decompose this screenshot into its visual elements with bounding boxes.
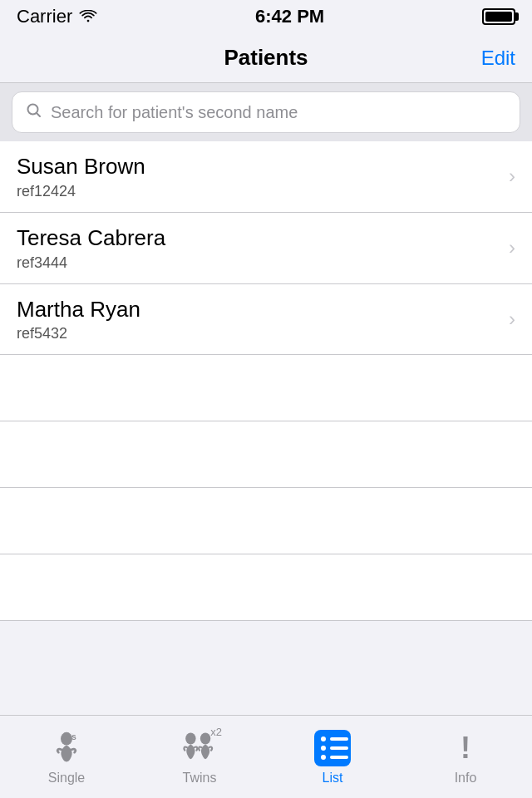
svg-text:s: s <box>71 732 76 741</box>
empty-row <box>0 488 532 554</box>
status-time: 6:42 PM <box>255 6 324 27</box>
battery-icon <box>482 8 515 25</box>
patient-ref: ref5432 <box>17 325 140 342</box>
nav-bar: Patients Edit <box>0 33 532 83</box>
chevron-right-icon: › <box>509 165 515 188</box>
tab-list-label: List <box>323 771 343 786</box>
search-icon <box>26 102 42 123</box>
svg-point-1 <box>61 732 72 745</box>
carrier-text: Carrier <box>17 6 97 27</box>
table-row[interactable]: Martha Ryan ref5432 › <box>0 284 532 356</box>
search-bar <box>12 91 520 133</box>
empty-row <box>0 554 532 621</box>
patient-list: Susan Brown ref12424 › Teresa Cabrera re… <box>0 141 532 621</box>
list-icon <box>313 729 352 767</box>
wifi-icon <box>79 10 97 23</box>
patient-ref: ref12424 <box>17 183 145 200</box>
chevron-right-icon: › <box>509 236 515 259</box>
patient-name: Teresa Cabrera <box>17 224 165 253</box>
patient-name: Martha Ryan <box>17 296 140 324</box>
table-row[interactable]: Teresa Cabrera ref3444 › <box>0 213 532 284</box>
tab-twins-label: Twins <box>183 771 217 786</box>
search-input[interactable] <box>51 103 506 122</box>
tab-bar: s Single x2 Twins <box>0 715 532 798</box>
main-content: Susan Brown ref12424 › Teresa Cabrera re… <box>0 83 532 715</box>
tab-list[interactable]: List <box>266 716 399 798</box>
empty-row <box>0 355 532 421</box>
search-container <box>0 83 532 141</box>
svg-point-4 <box>200 732 210 744</box>
empty-row <box>0 421 532 488</box>
tab-single-label: Single <box>48 771 85 786</box>
tab-info-label: Info <box>455 771 477 786</box>
tab-twins[interactable]: x2 Twins <box>133 716 266 798</box>
page-title: Patients <box>224 45 308 71</box>
tab-single[interactable]: s Single <box>0 716 133 798</box>
chevron-right-icon: › <box>509 308 515 331</box>
twins-icon: x2 <box>180 729 219 767</box>
edit-button[interactable]: Edit <box>481 47 515 70</box>
patient-ref: ref3444 <box>17 254 165 272</box>
patient-name: Susan Brown <box>17 153 145 181</box>
x2-badge: x2 <box>210 726 222 738</box>
svg-point-3 <box>185 732 195 744</box>
table-row[interactable]: Susan Brown ref12424 › <box>0 141 532 213</box>
info-icon: ! <box>446 729 485 767</box>
single-fetus-icon: s <box>47 729 86 767</box>
tab-info[interactable]: ! Info <box>399 716 532 798</box>
status-bar: Carrier 6:42 PM <box>0 0 532 33</box>
